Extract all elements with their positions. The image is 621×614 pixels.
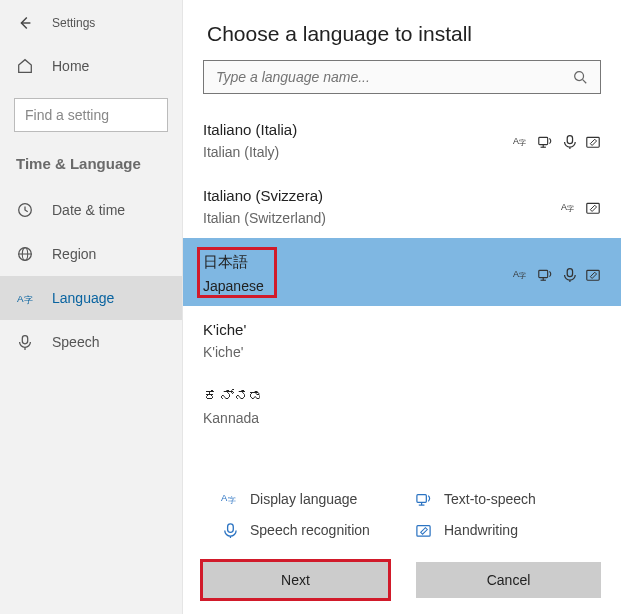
language-item[interactable]: Italiano (Italia)Italian (Italy) bbox=[183, 106, 621, 172]
language-english-name: Italian (Italy) bbox=[203, 144, 513, 160]
language-native-name: 日本語 bbox=[203, 253, 513, 272]
page-title: Choose a language to install bbox=[183, 0, 621, 60]
back-icon[interactable] bbox=[16, 14, 34, 32]
search-icon bbox=[572, 69, 588, 85]
language-item[interactable]: K'iche'K'iche' bbox=[183, 306, 621, 372]
legend-label: Speech recognition bbox=[250, 522, 370, 538]
language-english-name: Japanese bbox=[203, 278, 513, 294]
language-item[interactable]: ಕನ್ನಡKannada bbox=[183, 372, 621, 438]
speech-icon bbox=[561, 266, 577, 282]
legend-label: Text-to-speech bbox=[444, 491, 536, 507]
language-english-name: K'iche' bbox=[203, 344, 601, 360]
language-icon bbox=[16, 289, 34, 307]
feature-icons bbox=[513, 133, 601, 149]
legend-display: Display language bbox=[221, 490, 405, 507]
sidebar-item-date-time[interactable]: Date & time bbox=[0, 188, 182, 232]
sidebar-item-language[interactable]: Language bbox=[0, 276, 182, 320]
display-icon bbox=[513, 266, 529, 282]
handwriting-icon bbox=[585, 199, 601, 215]
clock-icon bbox=[16, 201, 34, 219]
display-language-icon bbox=[221, 490, 238, 507]
section-label: Time & Language bbox=[0, 142, 182, 182]
legend-speech: Speech recognition bbox=[221, 521, 405, 538]
feature-legend: Display language Text-to-speech Speech r… bbox=[183, 474, 621, 552]
language-search-input[interactable] bbox=[216, 69, 572, 85]
handwriting-icon bbox=[585, 266, 601, 282]
language-english-name: Kannada bbox=[203, 410, 601, 426]
display-icon bbox=[561, 199, 577, 215]
settings-title: Settings bbox=[52, 16, 95, 30]
globe-icon bbox=[16, 245, 34, 263]
sidebar-item-label: Region bbox=[52, 246, 96, 262]
sidebar-home-label: Home bbox=[52, 58, 89, 74]
sidebar-item-label: Speech bbox=[52, 334, 99, 350]
find-setting-input[interactable]: Find a setting bbox=[14, 98, 168, 132]
mic-icon bbox=[16, 333, 34, 351]
sidebar-item-region[interactable]: Region bbox=[0, 232, 182, 276]
language-native-name: Italiano (Italia) bbox=[203, 121, 513, 138]
text-to-speech-icon bbox=[415, 490, 432, 507]
speech-icon bbox=[561, 133, 577, 149]
feature-icons bbox=[561, 199, 601, 215]
next-button[interactable]: Next bbox=[203, 562, 388, 598]
sidebar-item-speech[interactable]: Speech bbox=[0, 320, 182, 364]
sidebar-item-label: Language bbox=[52, 290, 114, 306]
sidebar: Settings Home Find a setting Time & Lang… bbox=[0, 0, 183, 614]
tts-icon bbox=[537, 266, 553, 282]
display-icon bbox=[513, 133, 529, 149]
tts-icon bbox=[537, 133, 553, 149]
sidebar-home[interactable]: Home bbox=[0, 44, 182, 88]
language-item[interactable]: Italiano (Svizzera)Italian (Switzerland) bbox=[183, 172, 621, 238]
legend-label: Display language bbox=[250, 491, 357, 507]
handwriting-icon bbox=[415, 521, 432, 538]
language-search-box[interactable] bbox=[203, 60, 601, 94]
find-setting-placeholder: Find a setting bbox=[25, 107, 109, 123]
language-native-name: K'iche' bbox=[203, 321, 601, 338]
speech-recognition-icon bbox=[221, 521, 238, 538]
legend-handwriting: Handwriting bbox=[415, 521, 599, 538]
language-english-name: Italian (Switzerland) bbox=[203, 210, 561, 226]
main-panel: Choose a language to install Italiano (I… bbox=[183, 0, 621, 614]
language-list: Italiano (Italia)Italian (Italy)Italiano… bbox=[183, 106, 621, 474]
feature-icons bbox=[513, 266, 601, 282]
legend-label: Handwriting bbox=[444, 522, 518, 538]
language-item[interactable]: 日本語Japanese bbox=[183, 238, 621, 306]
language-native-name: ಕನ್ನಡ bbox=[203, 387, 601, 404]
legend-tts: Text-to-speech bbox=[415, 490, 599, 507]
handwriting-icon bbox=[585, 133, 601, 149]
home-icon bbox=[16, 57, 34, 75]
language-native-name: Italiano (Svizzera) bbox=[203, 187, 561, 204]
cancel-button[interactable]: Cancel bbox=[416, 562, 601, 598]
sidebar-item-label: Date & time bbox=[52, 202, 125, 218]
